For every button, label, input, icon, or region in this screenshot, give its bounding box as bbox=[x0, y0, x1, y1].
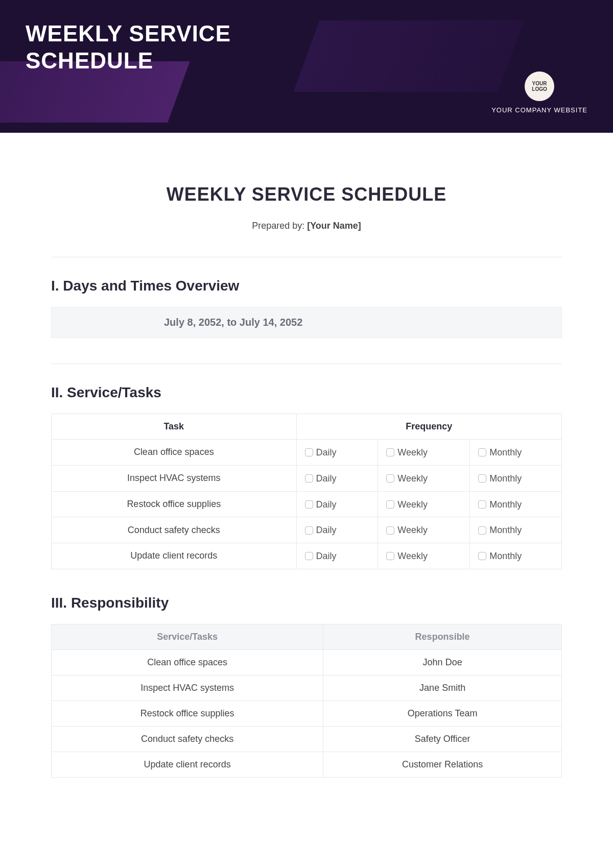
resp-responsible-cell: Operations Team bbox=[323, 701, 562, 726]
freq-monthly-cell: Monthly bbox=[470, 543, 562, 569]
freq-monthly-label: Monthly bbox=[489, 473, 522, 484]
prepared-by-value: [Your Name] bbox=[307, 221, 361, 231]
freq-weekly-cell: Weekly bbox=[378, 517, 470, 543]
section3-heading: III. Responsibility bbox=[51, 595, 562, 611]
table-row: Restock office suppliesDailyWeeklyMonthl… bbox=[52, 491, 562, 517]
date-range-box: July 8, 2052, to July 14, 2052 bbox=[51, 307, 562, 338]
freq-daily-cell: Daily bbox=[296, 491, 378, 517]
freq-monthly-label: Monthly bbox=[489, 499, 522, 509]
resp-task-cell: Restock office supplies bbox=[52, 701, 323, 726]
checkbox-icon[interactable] bbox=[386, 448, 394, 456]
task-cell: Restock office supplies bbox=[52, 491, 297, 517]
table-row: Conduct safety checksDailyWeeklyMonthly bbox=[52, 517, 562, 543]
header-banner: WEEKLY SERVICE SCHEDULE YOUR LOGO YOUR C… bbox=[0, 0, 613, 133]
task-cell: Clean office spaces bbox=[52, 440, 297, 466]
checkbox-icon[interactable] bbox=[386, 526, 394, 535]
table-row: Clean office spacesDailyWeeklyMonthly bbox=[52, 440, 562, 466]
freq-monthly-cell: Monthly bbox=[470, 465, 562, 491]
freq-weekly-cell: Weekly bbox=[378, 465, 470, 491]
freq-monthly-cell: Monthly bbox=[470, 491, 562, 517]
date-range-text: July 8, 2052, to July 14, 2052 bbox=[164, 317, 302, 328]
checkbox-icon[interactable] bbox=[478, 500, 486, 509]
task-cell: Inspect HVAC systems bbox=[52, 465, 297, 491]
col-responsible: Responsible bbox=[323, 624, 562, 649]
checkbox-icon[interactable] bbox=[305, 448, 313, 456]
freq-daily-cell: Daily bbox=[296, 440, 378, 466]
table-row: Update client recordsCustomer Relations bbox=[52, 752, 562, 777]
resp-task-cell: Update client records bbox=[52, 752, 323, 777]
freq-weekly-label: Weekly bbox=[397, 551, 428, 561]
prepared-by-label: Prepared by: bbox=[252, 221, 307, 231]
tasks-table: Task Frequency Clean office spacesDailyW… bbox=[51, 414, 562, 569]
company-website-label: YOUR COMPANY WEBSITE bbox=[491, 106, 587, 114]
freq-daily-cell: Daily bbox=[296, 543, 378, 569]
freq-daily-label: Daily bbox=[316, 499, 337, 509]
table-row: Inspect HVAC systemsJane Smith bbox=[52, 675, 562, 701]
freq-monthly-label: Monthly bbox=[489, 551, 522, 561]
freq-weekly-cell: Weekly bbox=[378, 440, 470, 466]
freq-daily-cell: Daily bbox=[296, 465, 378, 491]
resp-task-cell: Clean office spaces bbox=[52, 649, 323, 675]
freq-weekly-cell: Weekly bbox=[378, 543, 470, 569]
checkbox-icon[interactable] bbox=[478, 448, 486, 456]
col-task: Task bbox=[52, 414, 297, 440]
checkbox-icon[interactable] bbox=[386, 474, 394, 483]
logo-text: YOUR LOGO bbox=[532, 81, 547, 92]
document-title: WEEKLY SERVICE SCHEDULE bbox=[51, 184, 562, 205]
table-row: Conduct safety checksSafety Officer bbox=[52, 726, 562, 752]
resp-task-cell: Inspect HVAC systems bbox=[52, 675, 323, 701]
checkbox-icon[interactable] bbox=[478, 474, 486, 483]
freq-weekly-label: Weekly bbox=[397, 473, 428, 484]
checkbox-icon[interactable] bbox=[478, 552, 486, 560]
responsibility-table: Service/Tasks Responsible Clean office s… bbox=[51, 624, 562, 778]
col-frequency: Frequency bbox=[296, 414, 561, 440]
checkbox-icon[interactable] bbox=[305, 474, 313, 483]
freq-weekly-label: Weekly bbox=[397, 525, 428, 535]
checkbox-icon[interactable] bbox=[478, 526, 486, 535]
freq-weekly-label: Weekly bbox=[397, 447, 428, 457]
freq-monthly-label: Monthly bbox=[489, 447, 522, 457]
task-cell: Update client records bbox=[52, 543, 297, 569]
table-row: Inspect HVAC systemsDailyWeeklyMonthly bbox=[52, 465, 562, 491]
checkbox-icon[interactable] bbox=[386, 552, 394, 560]
resp-responsible-cell: Jane Smith bbox=[323, 675, 562, 701]
logo-placeholder: YOUR LOGO bbox=[525, 71, 554, 101]
freq-weekly-cell: Weekly bbox=[378, 491, 470, 517]
freq-daily-label: Daily bbox=[316, 525, 337, 535]
checkbox-icon[interactable] bbox=[305, 552, 313, 560]
checkbox-icon[interactable] bbox=[305, 500, 313, 509]
resp-task-cell: Conduct safety checks bbox=[52, 726, 323, 752]
banner-title-line2: SCHEDULE bbox=[26, 48, 153, 73]
freq-monthly-label: Monthly bbox=[489, 525, 522, 535]
resp-header-row: Service/Tasks Responsible bbox=[52, 624, 562, 649]
divider bbox=[51, 364, 562, 364]
table-row: Clean office spacesJohn Doe bbox=[52, 649, 562, 675]
divider bbox=[51, 257, 562, 257]
freq-monthly-cell: Monthly bbox=[470, 440, 562, 466]
resp-responsible-cell: Safety Officer bbox=[323, 726, 562, 752]
task-cell: Conduct safety checks bbox=[52, 517, 297, 543]
freq-weekly-label: Weekly bbox=[397, 499, 428, 509]
freq-daily-label: Daily bbox=[316, 551, 337, 561]
banner-right: YOUR LOGO YOUR COMPANY WEBSITE bbox=[491, 71, 587, 114]
resp-responsible-cell: John Doe bbox=[323, 649, 562, 675]
resp-responsible-cell: Customer Relations bbox=[323, 752, 562, 777]
freq-daily-label: Daily bbox=[316, 447, 337, 457]
section1-heading: I. Days and Times Overview bbox=[51, 278, 562, 294]
tasks-header-row: Task Frequency bbox=[52, 414, 562, 440]
banner-title: WEEKLY SERVICE SCHEDULE bbox=[0, 0, 613, 75]
prepared-by-line: Prepared by: [Your Name] bbox=[51, 221, 562, 231]
checkbox-icon[interactable] bbox=[305, 526, 313, 535]
table-row: Restock office suppliesOperations Team bbox=[52, 701, 562, 726]
section2-heading: II. Service/Tasks bbox=[51, 384, 562, 401]
freq-daily-cell: Daily bbox=[296, 517, 378, 543]
col-service: Service/Tasks bbox=[52, 624, 323, 649]
checkbox-icon[interactable] bbox=[386, 500, 394, 509]
freq-daily-label: Daily bbox=[316, 473, 337, 484]
freq-monthly-cell: Monthly bbox=[470, 517, 562, 543]
table-row: Update client recordsDailyWeeklyMonthly bbox=[52, 543, 562, 569]
banner-title-line1: WEEKLY SERVICE bbox=[26, 21, 231, 46]
document-content: WEEKLY SERVICE SCHEDULE Prepared by: [Yo… bbox=[0, 133, 613, 778]
